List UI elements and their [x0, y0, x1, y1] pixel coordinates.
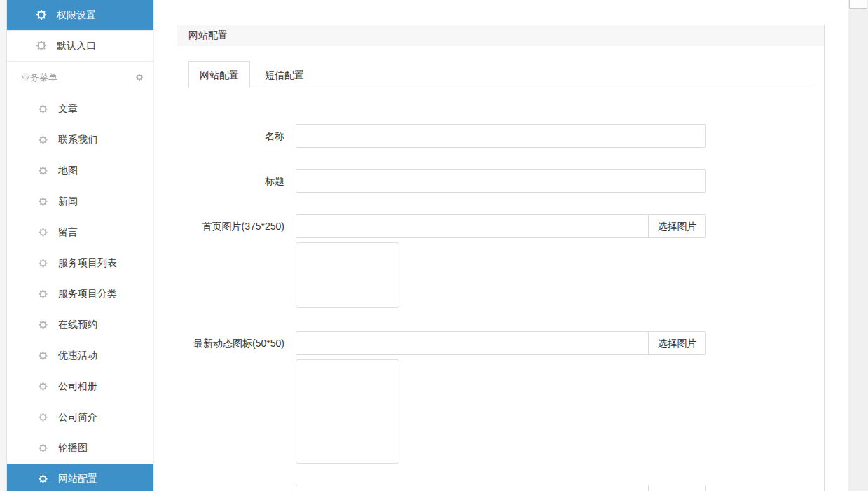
name-input[interactable]: [296, 124, 706, 148]
home-image-input[interactable]: [296, 214, 649, 238]
sidebar-item-company-album[interactable]: 公司相册: [7, 371, 153, 402]
gear-icon[interactable]: [135, 74, 144, 82]
gear-icon: [35, 9, 48, 22]
sidebar-item-label: 优惠活动: [58, 350, 97, 362]
sidebar-item-company-profile[interactable]: 公司简介: [7, 402, 153, 433]
panel-title: 网站配置: [188, 29, 228, 41]
cropped-field-choose-button[interactable]: [648, 485, 706, 491]
sidebar-item-permission-settings[interactable]: 权限设置: [7, 0, 153, 31]
gear-icon: [38, 197, 48, 207]
home-image-preview: [296, 242, 399, 308]
news-icon-choose-button[interactable]: 选择图片: [648, 331, 706, 355]
sidebar-item-news[interactable]: 新闻: [7, 186, 153, 217]
sidebar-item-service-category[interactable]: 服务项目分类: [7, 279, 153, 310]
sidebar-item-label: 服务项目列表: [58, 257, 117, 270]
sidebar-item-label: 网站配置: [58, 473, 97, 485]
home-image-choose-button[interactable]: 选择图片: [648, 214, 706, 238]
cropped-field-input[interactable]: [296, 485, 649, 491]
title-label: 标题: [177, 169, 284, 193]
scrollbar-track[interactable]: [848, 0, 868, 491]
sidebar-item-label: 服务项目分类: [58, 288, 117, 300]
name-label: 名称: [177, 124, 284, 148]
sidebar-item-label: 权限设置: [57, 9, 96, 22]
sidebar: 权限设置 默认入口 业务菜单 文章 联系我们 地图 新闻 留言 服务项目列表 服…: [7, 0, 154, 491]
gear-icon: [35, 40, 48, 53]
sidebar-item-label: 留言: [58, 226, 78, 239]
sidebar-item-label: 公司相册: [58, 380, 97, 393]
tab-sms-config[interactable]: 短信配置: [254, 62, 315, 89]
gear-icon: [38, 258, 48, 269]
site-config-panel: 网站配置 网站配置 短信配置: [177, 25, 825, 491]
gear-icon: [38, 228, 48, 238]
sidebar-item-articles[interactable]: 文章: [7, 94, 153, 125]
panel-header: 网站配置: [177, 25, 824, 46]
sidebar-item-label: 联系我们: [58, 134, 97, 146]
sidebar-item-label: 默认入口: [57, 40, 96, 53]
gear-icon: [38, 289, 48, 300]
sidebar-item-label: 轮播图: [58, 442, 88, 455]
home-image-label: 首页图片(375*250): [177, 214, 284, 238]
sidebar-item-service-list[interactable]: 服务项目列表: [7, 248, 153, 279]
tab-bar: 网站配置 短信配置: [188, 61, 814, 88]
gear-icon: [38, 166, 48, 177]
sidebar-item-label: 新闻: [58, 195, 78, 208]
news-icon-input[interactable]: [296, 331, 649, 355]
news-icon-label: 最新动态图标(50*50): [177, 331, 284, 355]
sidebar-section-business-menu: 业务菜单: [7, 62, 153, 94]
gear-icon: [38, 474, 48, 485]
gear-icon: [38, 104, 48, 115]
sidebar-item-default-entry[interactable]: 默认入口: [7, 31, 153, 62]
scrollbar-thumb[interactable]: [849, 0, 867, 9]
sidebar-item-label: 地图: [58, 165, 78, 177]
gear-icon: [38, 413, 48, 423]
title-input[interactable]: [296, 169, 706, 193]
tab-site-config[interactable]: 网站配置: [188, 61, 250, 88]
sidebar-item-carousel[interactable]: 轮播图: [7, 433, 153, 464]
gear-icon: [38, 135, 48, 146]
gear-icon: [38, 382, 48, 392]
gear-icon: [38, 320, 48, 331]
sidebar-item-map[interactable]: 地图: [7, 155, 153, 186]
sidebar-item-label: 文章: [58, 103, 78, 116]
sidebar-item-promotions[interactable]: 优惠活动: [7, 340, 153, 371]
sidebar-item-messages[interactable]: 留言: [7, 217, 153, 248]
gear-icon: [38, 443, 48, 454]
sidebar-section-label: 业务菜单: [21, 71, 57, 84]
page-left-gutter: [0, 0, 7, 491]
sidebar-item-contact-us[interactable]: 联系我们: [7, 125, 153, 155]
sidebar-item-site-config[interactable]: 网站配置: [7, 464, 153, 491]
sidebar-item-online-booking[interactable]: 在线预约: [7, 310, 153, 340]
news-icon-preview: [296, 359, 399, 464]
gear-icon: [38, 351, 48, 361]
sidebar-item-label: 公司简介: [58, 411, 97, 424]
sidebar-item-label: 在线预约: [58, 319, 97, 331]
